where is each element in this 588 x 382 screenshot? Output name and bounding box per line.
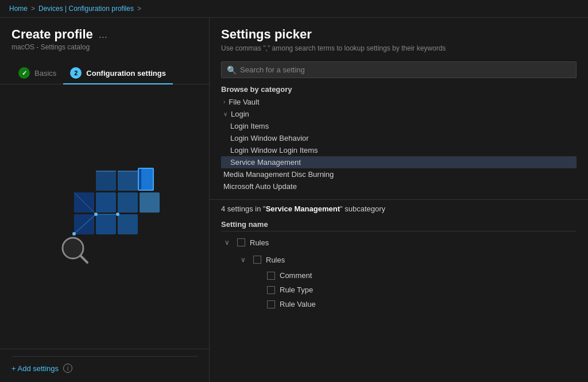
step-config-label: Configuration settings	[86, 69, 166, 78]
steps-bar: ✓ Basics 2 Configuration settings	[0, 56, 209, 84]
breadcrumb-sep1: >	[31, 5, 35, 13]
svg-marker-10	[118, 171, 138, 172]
label-rules-parent: Rules	[250, 238, 269, 247]
label-comment: Comment	[280, 271, 312, 280]
search-icon: 🔍	[227, 65, 237, 75]
browse-label: Browse by category	[221, 85, 577, 94]
cat-media-management[interactable]: Media Management Disc Burning	[221, 168, 577, 180]
search-bar: 🔍	[210, 57, 588, 83]
checkbox-rules-parent[interactable]	[237, 238, 245, 246]
subcategory-name: Service Management	[266, 204, 340, 213]
checkbox-rule-value[interactable]	[267, 300, 275, 308]
table-row-rule-type[interactable]: Rule Type	[221, 283, 577, 297]
add-settings-bar: + Add settings i	[0, 349, 209, 382]
step-config[interactable]: 2 Configuration settings	[63, 63, 173, 84]
breadcrumb-home[interactable]: Home	[9, 5, 28, 13]
subcategory-info: 4 settings in "Service Management" subca…	[221, 204, 577, 213]
right-panel: Settings picker Use commas "," among sea…	[210, 18, 588, 382]
cat-login-window-behavior-label: Login Window Behavior	[230, 134, 309, 142]
illustration-area	[0, 84, 209, 349]
checkbox-rules-child[interactable]	[253, 256, 261, 264]
step-basics[interactable]: ✓ Basics	[11, 63, 63, 84]
cat-file-vault[interactable]: › File Vault	[221, 96, 577, 108]
cat-microsoft-auto-update-label: Microsoft Auto Update	[223, 182, 297, 191]
cat-file-vault-chevron: ›	[223, 99, 225, 105]
step-basics-circle: ✓	[18, 67, 30, 79]
svg-rect-2	[118, 192, 138, 213]
breadcrumb-devices[interactable]: Devices | Configuration profiles	[38, 5, 134, 13]
cat-login-window-behavior[interactable]: Login Window Behavior	[221, 132, 577, 144]
search-input[interactable]	[221, 61, 577, 78]
svg-marker-9	[96, 171, 116, 172]
svg-rect-1	[118, 171, 138, 191]
profile-header: Create profile ... macOS - Settings cata…	[0, 18, 209, 56]
cat-login-chevron: ∨	[223, 111, 227, 117]
svg-point-21	[64, 239, 82, 257]
cat-file-vault-label: File Vault	[229, 98, 259, 106]
svg-rect-3	[96, 192, 116, 213]
profile-title: Create profile	[11, 27, 93, 42]
svg-line-22	[80, 256, 87, 263]
svg-rect-8	[140, 192, 160, 213]
cat-login-window-login-items[interactable]: Login Window Login Items	[221, 144, 577, 156]
table-row-rules-child[interactable]: ∨ Rules	[221, 251, 577, 268]
settings-picker-desc: Use commas "," among search terms to loo…	[221, 44, 577, 52]
profile-ellipsis-button[interactable]: ...	[99, 29, 107, 41]
svg-rect-13	[139, 169, 141, 190]
cat-microsoft-auto-update[interactable]: Microsoft Auto Update	[221, 180, 577, 192]
cat-login-items[interactable]: Login Items	[221, 120, 577, 132]
table-header: Setting name	[221, 218, 577, 231]
step-basics-label: Basics	[34, 69, 56, 78]
table-row-rules-parent[interactable]: ∨ Rules	[221, 234, 577, 251]
step-config-circle: 2	[70, 67, 82, 79]
add-settings-info-icon[interactable]: i	[63, 364, 72, 373]
cat-service-management-label: Service Management	[230, 158, 301, 167]
cat-media-management-label: Media Management Disc Burning	[223, 170, 334, 179]
settings-picker-title: Settings picker	[221, 27, 577, 42]
label-rules-child: Rules	[266, 256, 285, 264]
cat-login[interactable]: ∨ Login	[221, 108, 577, 120]
left-panel: Create profile ... macOS - Settings cata…	[0, 18, 210, 382]
checkbox-rule-type[interactable]	[267, 286, 275, 294]
breadcrumb-sep2: >	[137, 5, 141, 13]
label-rule-value: Rule Value	[280, 300, 316, 308]
chevron-rules-parent[interactable]: ∨	[221, 237, 233, 248]
category-browser: Browse by category › File Vault ∨ Login …	[210, 83, 588, 195]
settings-table-area: 4 settings in "Service Management" subca…	[210, 204, 588, 382]
subcategory-info-text: settings in "Service Management" subcate…	[227, 204, 385, 213]
profile-subtitle: macOS - Settings catalog	[11, 43, 198, 51]
checkbox-comment[interactable]	[267, 272, 275, 280]
divider	[210, 199, 588, 200]
svg-rect-0	[96, 171, 116, 191]
chevron-rules-child[interactable]: ∨	[237, 254, 249, 265]
cat-service-management[interactable]: Service Management	[221, 156, 577, 168]
table-row-rule-value[interactable]: Rule Value	[221, 297, 577, 311]
label-rule-type: Rule Type	[280, 285, 313, 294]
breadcrumb: Home > Devices | Configuration profiles …	[0, 0, 588, 18]
subcategory-count: 4	[221, 204, 225, 213]
settings-picker-header: Settings picker Use commas "," among sea…	[210, 18, 588, 57]
cat-login-window-login-items-label: Login Window Login Items	[230, 146, 318, 155]
svg-rect-7	[118, 214, 138, 234]
cat-login-items-label: Login Items	[230, 122, 269, 130]
svg-rect-6	[96, 214, 116, 234]
cat-login-label: Login	[231, 110, 249, 118]
illustration-graphic	[41, 159, 168, 274]
add-settings-link[interactable]: + Add settings	[11, 364, 59, 373]
table-row-comment[interactable]: Comment	[221, 268, 577, 283]
